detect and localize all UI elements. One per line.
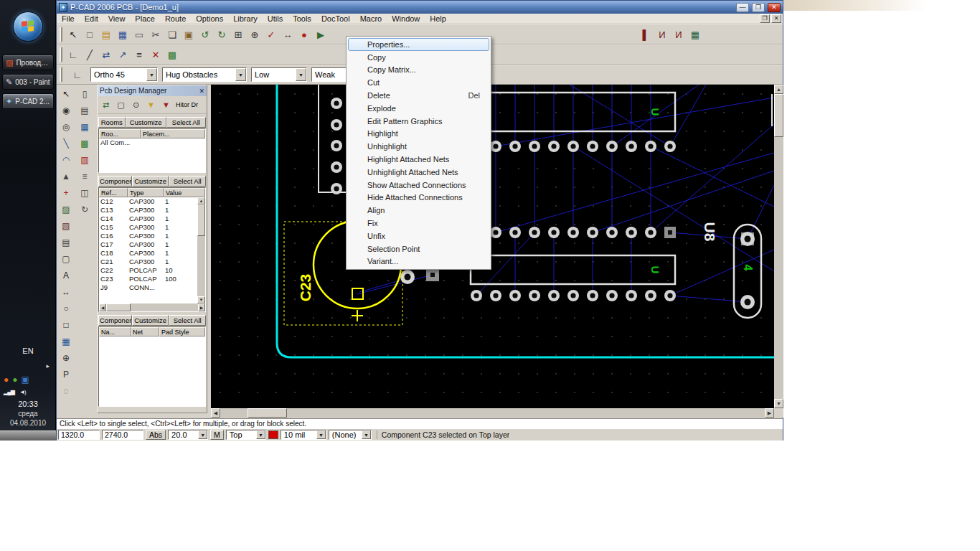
context-menu-item[interactable]: Copy Matrix... bbox=[348, 64, 489, 77]
priority-select[interactable]: Low ▼ bbox=[251, 67, 307, 82]
y-coordinate-field[interactable]: 2740.0 bbox=[102, 430, 143, 440]
column-header[interactable]: Value bbox=[164, 188, 205, 197]
units-toggle-button[interactable]: M bbox=[210, 430, 224, 440]
language-indicator[interactable]: EN bbox=[0, 347, 56, 355]
canvas-vertical-scrollbar[interactable]: ▲ ▼ bbox=[774, 85, 783, 408]
dm-select-box-icon[interactable]: ▢ bbox=[114, 98, 128, 112]
menu-library[interactable]: Library bbox=[228, 14, 263, 24]
pattern-view-icon[interactable]: ▩ bbox=[164, 47, 180, 62]
highlight-layer-icon[interactable]: ▥ bbox=[77, 152, 93, 168]
x-coordinate-field[interactable]: 1320.0 bbox=[58, 430, 100, 440]
scroll-up-icon[interactable]: ▲ bbox=[197, 197, 205, 204]
taskbar-paint-button[interactable]: ✎ 003 - Paint bbox=[2, 74, 54, 90]
minimize-button[interactable]: — bbox=[736, 3, 749, 12]
component-row[interactable]: C18CAP3001 bbox=[99, 249, 199, 258]
component-row[interactable]: C12CAP3001 bbox=[99, 197, 199, 206]
scrollbar-thumb[interactable] bbox=[197, 204, 205, 236]
zoom-in-icon[interactable]: ⊕ bbox=[247, 27, 263, 42]
menu-route[interactable]: Route bbox=[160, 14, 191, 24]
scroll-down-icon[interactable]: ▼ bbox=[774, 399, 783, 408]
dimension-icon[interactable]: ↔ bbox=[58, 284, 74, 300]
tray-expand-icon[interactable]: ▸ bbox=[46, 362, 50, 369]
clock[interactable]: 20:33 среда 04.08.2010 bbox=[0, 400, 56, 428]
orthogonal-mode-icon[interactable]: ∟ bbox=[70, 67, 85, 83]
scrollbar-thumb[interactable] bbox=[106, 303, 131, 311]
context-menu-item[interactable]: Selection Point bbox=[348, 242, 489, 255]
mirror-icon[interactable]: ◫ bbox=[77, 185, 93, 201]
copy-icon[interactable]: ❏ bbox=[164, 27, 180, 42]
design-manager-titlebar[interactable]: Pcb Design Manager ✕ bbox=[98, 85, 207, 96]
nets-header-button[interactable]: Componen bbox=[98, 315, 132, 326]
context-menu-item[interactable]: Cut bbox=[348, 76, 489, 89]
context-menu-item[interactable]: Unhighlight Attached Nets bbox=[348, 166, 489, 179]
context-menu-item[interactable]: Properties... bbox=[348, 38, 489, 51]
arc-tool-icon[interactable]: ◠ bbox=[58, 152, 74, 168]
chevron-down-icon[interactable]: ▼ bbox=[256, 430, 265, 439]
toolbar-grip[interactable] bbox=[60, 47, 62, 62]
volume-icon[interactable]: ◄) bbox=[19, 389, 26, 395]
cutout-icon[interactable]: ▧ bbox=[58, 218, 74, 234]
window-titlebar[interactable]: ✦ P-CAD 2006 PCB - [Demo1_u] — ❐ ✕ bbox=[57, 1, 783, 14]
network-icon[interactable]: ▂▄▆ bbox=[4, 389, 14, 395]
rect-tool-icon[interactable]: □ bbox=[58, 317, 74, 333]
context-menu-item[interactable]: Delete Del bbox=[348, 89, 489, 102]
dm-filter-red-icon[interactable]: ▼ bbox=[159, 98, 173, 112]
context-menu-item[interactable]: Unfix bbox=[348, 230, 489, 242]
layer-color-swatch[interactable] bbox=[268, 430, 278, 439]
menu-options[interactable]: Options bbox=[191, 14, 228, 24]
context-menu-item[interactable]: Unhighlight bbox=[348, 140, 489, 153]
select-tool-icon[interactable]: ↖ bbox=[65, 27, 81, 42]
interroute-a-icon[interactable]: И bbox=[654, 27, 670, 42]
new-file-icon[interactable]: □ bbox=[82, 27, 98, 42]
chevron-down-icon[interactable]: ▼ bbox=[146, 68, 157, 81]
circle-tool-icon[interactable]: ○ bbox=[58, 301, 74, 316]
components-customize-button[interactable]: Customize bbox=[132, 176, 169, 187]
unroute-icon[interactable]: ✕ bbox=[148, 47, 164, 62]
components-header-button[interactable]: Componen bbox=[98, 176, 132, 187]
polygon-tool-icon[interactable]: ▲ bbox=[58, 169, 74, 184]
start-button[interactable] bbox=[13, 11, 43, 42]
autorouter-icon[interactable]: ▦ bbox=[687, 27, 703, 42]
component-row[interactable]: C14CAP3001 bbox=[99, 215, 199, 223]
component-row[interactable]: C17CAP3001 bbox=[99, 240, 199, 249]
undo-icon[interactable]: ↺ bbox=[197, 27, 213, 42]
dm-filter-yellow-icon[interactable]: ▼ bbox=[144, 98, 158, 112]
highlight-nets-icon[interactable]: ▌ bbox=[638, 27, 654, 42]
place-pattern-icon[interactable]: ▤ bbox=[77, 103, 93, 118]
context-menu-item[interactable]: Hide Attached Connections bbox=[348, 192, 489, 204]
tray-app-icon[interactable]: ▣ bbox=[22, 375, 29, 385]
column-header[interactable]: Na... bbox=[99, 327, 131, 336]
scroll-right-icon[interactable]: ▶ bbox=[765, 408, 774, 418]
menu-macro[interactable]: Macro bbox=[355, 14, 387, 24]
tray-update-icon[interactable]: ● bbox=[4, 375, 9, 385]
drc-check-icon[interactable]: ✓ bbox=[263, 27, 279, 42]
scroll-left-icon[interactable]: ◀ bbox=[99, 303, 106, 311]
taskbar-pcad-button[interactable]: ✦ P-CAD 2... bbox=[2, 93, 54, 109]
tray-antivirus-icon[interactable]: ● bbox=[12, 375, 17, 385]
dm-zoom-icon[interactable]: ⊙ bbox=[129, 98, 143, 112]
scroll-down-icon[interactable]: ▼ bbox=[197, 296, 205, 303]
nets-customize-button[interactable]: Customize bbox=[132, 315, 169, 326]
save-file-icon[interactable]: ▦ bbox=[115, 27, 131, 42]
context-menu-item[interactable]: Highlight bbox=[348, 128, 489, 141]
menu-doctool[interactable]: DocTool bbox=[316, 14, 355, 24]
room-icon[interactable]: ▢ bbox=[58, 251, 74, 267]
mdi-restore-button[interactable]: ❐ bbox=[760, 14, 770, 23]
grid-toggle-icon[interactable]: ▦ bbox=[77, 119, 93, 135]
menu-tools[interactable]: Tools bbox=[288, 14, 316, 24]
rooms-header-button[interactable]: Rooms bbox=[98, 117, 126, 128]
layer-select[interactable]: Top ▼ bbox=[226, 430, 266, 440]
chevron-down-icon[interactable]: ▼ bbox=[362, 430, 371, 439]
canvas-horizontal-scrollbar[interactable]: ◀ ▶ bbox=[211, 408, 774, 418]
text-tool-icon[interactable]: A bbox=[58, 268, 74, 283]
column-header[interactable]: Net bbox=[131, 327, 159, 336]
corner-90-icon[interactable]: ∟ bbox=[65, 47, 81, 62]
line-tool-icon[interactable]: ╲ bbox=[58, 136, 74, 151]
component-row[interactable]: C13CAP3001 bbox=[99, 206, 199, 215]
pick-point-icon[interactable]: ⊕ bbox=[58, 350, 74, 366]
open-file-icon[interactable]: ▤ bbox=[98, 27, 114, 42]
line-width-select[interactable]: 10 mil ▼ bbox=[281, 430, 326, 440]
chevron-down-icon[interactable]: ▼ bbox=[316, 430, 326, 439]
menu-view[interactable]: View bbox=[103, 14, 131, 24]
chevron-down-icon[interactable]: ▼ bbox=[296, 68, 306, 81]
